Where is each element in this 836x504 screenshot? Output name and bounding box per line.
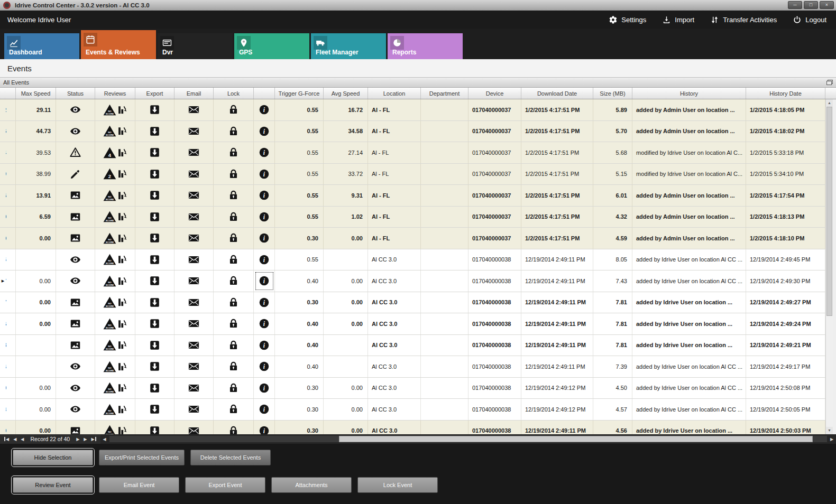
restore-panel-icon[interactable] xyxy=(826,80,833,85)
table-row[interactable]: 70.00NOSCORE0.300.00Al CC 3.001704000003… xyxy=(0,292,825,314)
review-event-button[interactable]: Review Event xyxy=(13,477,93,493)
table-row[interactable]: 60.00NOSCORE0.400.00Al CC 3.001704000003… xyxy=(0,313,825,335)
cell-status[interactable] xyxy=(56,121,95,142)
scroll-right-icon[interactable]: ▶ xyxy=(828,437,836,442)
cell-info[interactable] xyxy=(254,228,275,249)
email-event-button[interactable]: Email Event xyxy=(99,477,179,493)
logout-action[interactable]: Logout xyxy=(793,15,826,24)
vertical-scroll-thumb[interactable] xyxy=(826,107,832,316)
cell-export[interactable] xyxy=(135,356,174,377)
cell-status[interactable] xyxy=(56,399,95,420)
cell-email[interactable] xyxy=(174,121,214,142)
table-row[interactable]: 613.91NOSCORE0.559.31Al - FL017040000037… xyxy=(0,185,825,207)
cell-export[interactable] xyxy=(135,121,174,142)
cell-email[interactable] xyxy=(174,292,214,313)
cell-email[interactable] xyxy=(174,142,214,163)
table-row[interactable]: 00.00NOSCORE0.300.00Al CC 3.001704000003… xyxy=(0,378,825,399)
cell-email[interactable] xyxy=(174,335,214,356)
scroll-down-icon[interactable]: ▼ xyxy=(826,427,833,434)
minimize-button[interactable]: ─ xyxy=(788,1,802,9)
cell-info[interactable] xyxy=(254,292,275,313)
cell-lock[interactable] xyxy=(214,335,254,356)
cell-export[interactable] xyxy=(135,185,174,206)
cell-lock[interactable] xyxy=(214,356,254,377)
cell-reviews[interactable]: NOSCORE xyxy=(95,399,135,420)
tab-dvr[interactable]: Dvr xyxy=(158,33,233,59)
column-header-location[interactable]: Location xyxy=(368,88,421,99)
cell-lock[interactable] xyxy=(214,399,254,420)
vertical-scrollbar[interactable]: ▲ ▼ xyxy=(825,99,833,434)
cell-reviews[interactable]: NOSCORE xyxy=(95,121,135,142)
cell-status[interactable] xyxy=(56,335,95,356)
table-row[interactable]: 439.5340.5527.14Al - FL0170400000371/2/2… xyxy=(0,142,825,164)
cell-export[interactable] xyxy=(135,270,174,292)
import-action[interactable]: Import xyxy=(662,15,694,24)
column-header-department[interactable]: Department xyxy=(421,88,468,99)
lock-event-button[interactable]: Lock Event xyxy=(357,477,438,493)
column-header-max-speed[interactable]: Max Speed xyxy=(16,88,56,99)
cell-reviews[interactable]: NOSCORE xyxy=(95,228,135,249)
cell-info[interactable] xyxy=(254,207,275,228)
cell-reviews[interactable]: NOSCORE xyxy=(95,207,135,228)
last-record-button[interactable]: ▶ xyxy=(91,437,96,442)
column-header-download-date[interactable]: Download Date xyxy=(521,88,593,99)
scroll-left-icon[interactable]: ◀ xyxy=(100,437,109,442)
cell-reviews[interactable]: 2 xyxy=(95,164,135,185)
column-header-history-date[interactable]: History Date xyxy=(746,88,825,99)
cell-reviews[interactable]: NOSCORE xyxy=(95,335,135,356)
cell-email[interactable] xyxy=(174,313,214,334)
cell-email[interactable] xyxy=(174,399,214,420)
column-header-device[interactable]: Device xyxy=(468,88,521,99)
export-event-button[interactable]: Export Event xyxy=(185,477,265,493)
attachments-button[interactable]: Attachments xyxy=(271,477,352,493)
cell-lock[interactable] xyxy=(214,270,254,292)
tab-dashboard[interactable]: Dashboard xyxy=(4,33,79,59)
cell-lock[interactable] xyxy=(214,313,254,334)
column-header-status[interactable]: Status xyxy=(56,88,95,99)
cell-export[interactable] xyxy=(135,207,174,228)
column-header-reviews[interactable]: Reviews xyxy=(95,88,135,99)
column-header-lock[interactable]: Lock xyxy=(214,88,254,99)
table-row[interactable]: 229.11NOSCORE0.5516.72Al - FL01704000003… xyxy=(0,99,825,121)
table-row[interactable]: 80.00NOSCORE0.300.00Al CC 3.001704000003… xyxy=(0,399,825,421)
cell-lock[interactable] xyxy=(214,121,254,142)
cell-email[interactable] xyxy=(174,228,214,249)
cell-info[interactable] xyxy=(254,399,275,420)
cell-lock[interactable] xyxy=(214,164,254,185)
cell-lock[interactable] xyxy=(214,185,254,206)
next-record-button[interactable]: ▶ xyxy=(76,437,79,442)
cell-reviews[interactable]: NOSCORE xyxy=(95,99,135,120)
column-header-export[interactable]: Export xyxy=(135,88,174,99)
horizontal-scrollbar[interactable]: ◀ ▶ xyxy=(100,434,836,444)
cell-lock[interactable] xyxy=(214,292,254,313)
cell-status[interactable] xyxy=(56,142,95,163)
cell-reviews[interactable]: NOSCORE xyxy=(95,421,135,435)
tab-reports[interactable]: Reports xyxy=(388,33,463,59)
export-print-selected-events-button[interactable]: Export/Print Selected Events xyxy=(99,450,185,465)
hide-selection-button[interactable]: Hide Selection xyxy=(13,450,93,465)
cell-reviews[interactable]: NOSCORE xyxy=(95,292,135,313)
cell-status[interactable] xyxy=(56,378,95,399)
cell-status[interactable] xyxy=(56,207,95,228)
cell-info[interactable] xyxy=(254,121,275,142)
next-page-button[interactable]: ▶ xyxy=(84,437,87,442)
scroll-up-icon[interactable]: ▲ xyxy=(826,99,833,107)
horizontal-scroll-track[interactable] xyxy=(109,436,827,442)
column-header-trigger-g-force[interactable]: Trigger G-Force xyxy=(275,88,324,99)
cell-status[interactable] xyxy=(56,421,95,435)
cell-info[interactable] xyxy=(254,142,275,163)
cell-reviews[interactable]: 4 xyxy=(95,142,135,163)
cell-info[interactable] xyxy=(254,378,275,399)
cell-status[interactable] xyxy=(56,313,95,334)
cell-export[interactable] xyxy=(135,399,174,420)
cell-info[interactable] xyxy=(254,185,275,206)
cell-info[interactable] xyxy=(254,270,275,292)
cell-status[interactable] xyxy=(56,356,95,377)
column-header-info[interactable] xyxy=(254,88,275,99)
cell-email[interactable] xyxy=(174,378,214,399)
cell-export[interactable] xyxy=(135,228,174,249)
cell-email[interactable] xyxy=(174,99,214,120)
cell-export[interactable] xyxy=(135,313,174,334)
delete-selected-events-button[interactable]: Delete Selected Events xyxy=(190,450,271,465)
close-button[interactable]: × xyxy=(820,1,834,9)
